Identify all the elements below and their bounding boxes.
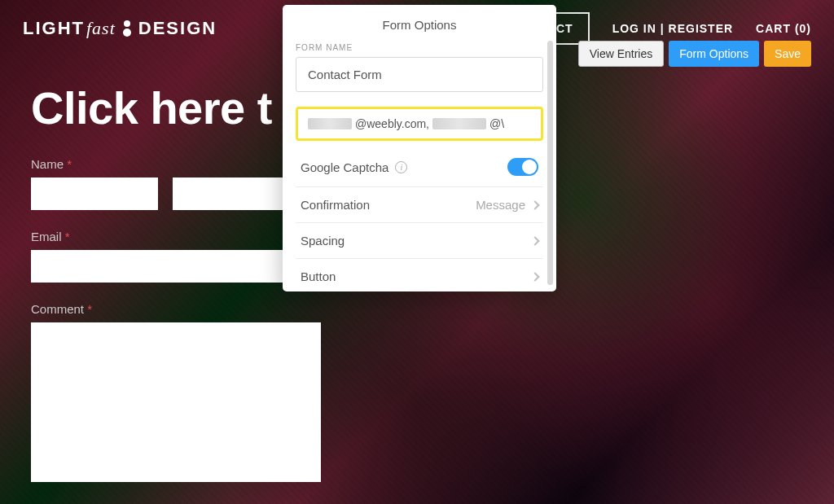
hourglass-icon	[119, 20, 135, 37]
comment-label: Comment *	[31, 302, 803, 316]
required-mark: *	[65, 230, 70, 243]
spacing-label: Spacing	[301, 234, 345, 248]
info-icon[interactable]: i	[395, 161, 407, 173]
comment-field: Comment *	[31, 302, 803, 485]
confirmation-row[interactable]: Confirmation Message	[296, 187, 543, 223]
form-name-label: FORM NAME	[296, 43, 543, 52]
captcha-label: Google Captcha	[301, 160, 388, 174]
form-name-input[interactable]	[296, 57, 543, 92]
required-mark: *	[87, 302, 92, 316]
email-tail-text: @\	[489, 117, 504, 130]
cart-link[interactable]: CART (0)	[756, 22, 811, 35]
brand-logo[interactable]: LIGHTfastDESIGN	[23, 18, 217, 39]
spacing-row[interactable]: Spacing	[296, 223, 543, 259]
login-register-link[interactable]: LOG IN | REGISTER	[612, 22, 733, 35]
chevron-right-icon	[530, 236, 539, 245]
comment-label-text: Comment	[31, 302, 84, 316]
nav-right: ACT LOG IN | REGISTER CART (0)	[531, 12, 811, 45]
button-label: Button	[301, 270, 336, 283]
view-entries-button[interactable]: View Entries	[578, 41, 665, 67]
google-captcha-row[interactable]: Google Captcha i	[296, 147, 543, 187]
chevron-right-icon	[530, 272, 539, 281]
options-list: Google Captcha i Confirmation Message Sp…	[296, 147, 543, 291]
confirmation-label: Confirmation	[301, 198, 370, 212]
notification-email-field[interactable]: @weebly.com, @\	[296, 107, 543, 141]
email-input[interactable]	[31, 250, 321, 283]
last-name-input[interactable]	[173, 177, 300, 210]
form-options-popover: Form Options FORM NAME @weebly.com, @\ G…	[283, 5, 556, 291]
confirmation-value: Message	[476, 198, 525, 212]
comment-textarea[interactable]	[31, 322, 321, 482]
button-row[interactable]: Button	[296, 259, 543, 291]
first-name-input[interactable]	[31, 177, 158, 210]
popover-title: Form Options	[283, 5, 556, 43]
popover-scrollbar[interactable]	[547, 41, 553, 285]
captcha-toggle[interactable]	[507, 158, 538, 176]
brand-text-fast: fast	[86, 18, 116, 39]
brand-text-light: LIGHT	[23, 18, 85, 39]
email-label-text: Email	[31, 230, 62, 243]
save-button[interactable]: Save	[764, 41, 811, 67]
email-domain-text: @weebly.com,	[355, 117, 429, 130]
redacted-text	[432, 118, 486, 129]
chevron-right-icon	[530, 200, 539, 209]
popover-arrow-icon	[411, 291, 428, 291]
name-label-text: Name	[31, 157, 64, 171]
editor-toolbar: View Entries Form Options Save	[578, 41, 811, 67]
brand-text-design: DESIGN	[138, 18, 217, 39]
redacted-text	[308, 118, 352, 129]
form-options-button[interactable]: Form Options	[669, 41, 759, 67]
required-mark: *	[67, 157, 72, 171]
